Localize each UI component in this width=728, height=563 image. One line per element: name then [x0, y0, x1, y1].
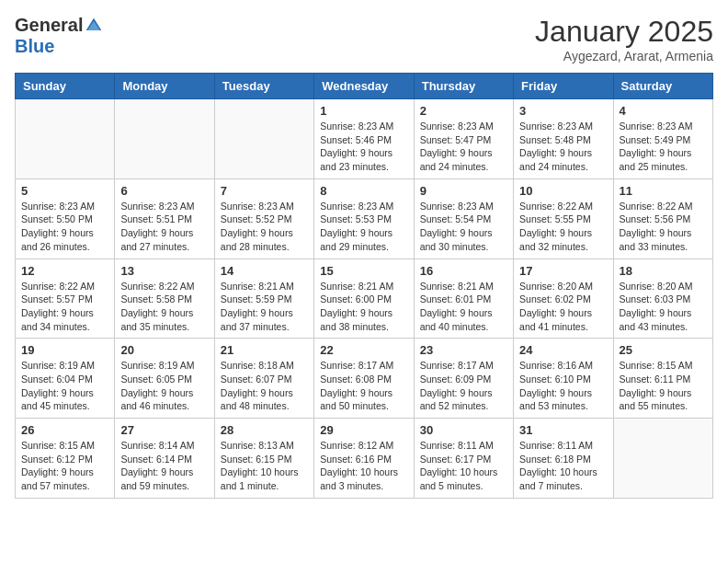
calendar-cell: 5Sunrise: 8:23 AMSunset: 5:50 PMDaylight…	[16, 178, 115, 259]
calendar-cell: 11Sunrise: 8:22 AMSunset: 5:56 PMDayligh…	[613, 178, 712, 259]
weekday-header-friday: Friday	[514, 74, 613, 99]
day-info: Sunrise: 8:18 AMSunset: 6:07 PMDaylight:…	[221, 359, 308, 413]
day-number: 8	[320, 184, 407, 198]
weekday-header-thursday: Thursday	[414, 74, 513, 99]
calendar-cell: 30Sunrise: 8:11 AMSunset: 6:17 PMDayligh…	[414, 419, 513, 499]
day-number: 30	[420, 423, 507, 437]
week-row-2: 12Sunrise: 8:22 AMSunset: 5:57 PMDayligh…	[16, 259, 713, 339]
day-number: 31	[519, 423, 607, 437]
calendar-cell: 23Sunrise: 8:17 AMSunset: 6:09 PMDayligh…	[414, 339, 513, 419]
calendar-cell: 6Sunrise: 8:23 AMSunset: 5:51 PMDaylight…	[115, 178, 214, 259]
day-info: Sunrise: 8:23 AMSunset: 5:51 PMDaylight:…	[120, 200, 208, 254]
weekday-header-wednesday: Wednesday	[314, 74, 414, 99]
location: Aygezard, Ararat, Armenia	[535, 49, 713, 63]
day-number: 14	[221, 264, 308, 278]
calendar-table: SundayMondayTuesdayWednesdayThursdayFrid…	[15, 73, 713, 499]
calendar-cell: 25Sunrise: 8:15 AMSunset: 6:11 PMDayligh…	[613, 339, 712, 419]
calendar-cell: 2Sunrise: 8:23 AMSunset: 5:47 PMDaylight…	[414, 99, 513, 179]
calendar-cell	[214, 99, 313, 179]
calendar-cell: 8Sunrise: 8:23 AMSunset: 5:53 PMDaylight…	[314, 178, 414, 259]
day-info: Sunrise: 8:14 AMSunset: 6:14 PMDaylight:…	[120, 439, 208, 493]
day-info: Sunrise: 8:15 AMSunset: 6:11 PMDaylight:…	[620, 359, 707, 413]
day-info: Sunrise: 8:21 AMSunset: 6:01 PMDaylight:…	[420, 280, 507, 334]
week-row-1: 5Sunrise: 8:23 AMSunset: 5:50 PMDaylight…	[16, 178, 713, 259]
calendar-cell: 16Sunrise: 8:21 AMSunset: 6:01 PMDayligh…	[414, 259, 513, 339]
calendar-cell: 26Sunrise: 8:15 AMSunset: 6:12 PMDayligh…	[16, 419, 115, 499]
day-number: 27	[120, 423, 208, 437]
day-number: 18	[620, 264, 707, 278]
day-info: Sunrise: 8:23 AMSunset: 5:49 PMDaylight:…	[620, 120, 707, 174]
day-info: Sunrise: 8:23 AMSunset: 5:48 PMDaylight:…	[519, 120, 607, 174]
day-number: 16	[420, 264, 507, 278]
calendar-cell: 24Sunrise: 8:16 AMSunset: 6:10 PMDayligh…	[514, 339, 613, 419]
day-number: 20	[120, 343, 208, 357]
calendar-cell: 7Sunrise: 8:23 AMSunset: 5:52 PMDaylight…	[214, 178, 313, 259]
calendar-cell: 31Sunrise: 8:11 AMSunset: 6:18 PMDayligh…	[514, 419, 613, 499]
calendar-cell: 21Sunrise: 8:18 AMSunset: 6:07 PMDayligh…	[214, 339, 313, 419]
day-info: Sunrise: 8:22 AMSunset: 5:57 PMDaylight:…	[21, 280, 108, 334]
day-info: Sunrise: 8:23 AMSunset: 5:46 PMDaylight:…	[320, 120, 407, 174]
weekday-header-tuesday: Tuesday	[214, 74, 313, 99]
calendar-cell: 14Sunrise: 8:21 AMSunset: 5:59 PMDayligh…	[214, 259, 313, 339]
day-info: Sunrise: 8:21 AMSunset: 6:00 PMDaylight:…	[320, 280, 407, 334]
calendar-cell	[613, 419, 712, 499]
day-info: Sunrise: 8:19 AMSunset: 6:05 PMDaylight:…	[120, 359, 208, 413]
calendar-cell: 9Sunrise: 8:23 AMSunset: 5:54 PMDaylight…	[414, 178, 513, 259]
week-row-0: 1Sunrise: 8:23 AMSunset: 5:46 PMDaylight…	[16, 99, 713, 179]
day-number: 25	[620, 343, 707, 357]
day-info: Sunrise: 8:21 AMSunset: 5:59 PMDaylight:…	[221, 280, 308, 334]
calendar-cell: 19Sunrise: 8:19 AMSunset: 6:04 PMDayligh…	[16, 339, 115, 419]
calendar-cell: 28Sunrise: 8:13 AMSunset: 6:15 PMDayligh…	[214, 419, 313, 499]
day-info: Sunrise: 8:17 AMSunset: 6:08 PMDaylight:…	[320, 359, 407, 413]
day-info: Sunrise: 8:11 AMSunset: 6:17 PMDaylight:…	[420, 439, 507, 493]
calendar-cell	[115, 99, 214, 179]
logo-icon	[85, 17, 103, 35]
day-number: 22	[320, 343, 407, 357]
weekday-header-monday: Monday	[115, 74, 214, 99]
day-number: 24	[519, 343, 607, 357]
logo-general-text: General	[15, 15, 83, 36]
day-number: 9	[420, 184, 507, 198]
day-info: Sunrise: 8:13 AMSunset: 6:15 PMDaylight:…	[221, 439, 308, 493]
calendar-cell: 4Sunrise: 8:23 AMSunset: 5:49 PMDaylight…	[613, 99, 712, 179]
day-info: Sunrise: 8:22 AMSunset: 5:58 PMDaylight:…	[120, 280, 208, 334]
day-info: Sunrise: 8:15 AMSunset: 6:12 PMDaylight:…	[21, 439, 108, 493]
calendar-cell: 12Sunrise: 8:22 AMSunset: 5:57 PMDayligh…	[16, 259, 115, 339]
day-info: Sunrise: 8:12 AMSunset: 6:16 PMDaylight:…	[320, 439, 407, 493]
day-number: 13	[120, 264, 208, 278]
day-number: 1	[320, 104, 407, 118]
calendar-cell: 3Sunrise: 8:23 AMSunset: 5:48 PMDaylight…	[514, 99, 613, 179]
calendar-cell: 29Sunrise: 8:12 AMSunset: 6:16 PMDayligh…	[314, 419, 414, 499]
weekday-header-sunday: Sunday	[16, 74, 115, 99]
day-info: Sunrise: 8:23 AMSunset: 5:47 PMDaylight:…	[420, 120, 507, 174]
day-info: Sunrise: 8:11 AMSunset: 6:18 PMDaylight:…	[519, 439, 607, 493]
calendar-cell: 20Sunrise: 8:19 AMSunset: 6:05 PMDayligh…	[115, 339, 214, 419]
logo-blue-text: Blue	[15, 36, 54, 57]
day-info: Sunrise: 8:17 AMSunset: 6:09 PMDaylight:…	[420, 359, 507, 413]
day-info: Sunrise: 8:23 AMSunset: 5:50 PMDaylight:…	[21, 200, 108, 254]
day-info: Sunrise: 8:20 AMSunset: 6:02 PMDaylight:…	[519, 280, 607, 334]
calendar-cell: 13Sunrise: 8:22 AMSunset: 5:58 PMDayligh…	[115, 259, 214, 339]
weekday-header-saturday: Saturday	[613, 74, 712, 99]
day-info: Sunrise: 8:23 AMSunset: 5:53 PMDaylight:…	[320, 200, 407, 254]
logo: General Blue	[15, 15, 103, 57]
day-number: 12	[21, 264, 108, 278]
calendar-cell: 1Sunrise: 8:23 AMSunset: 5:46 PMDaylight…	[314, 99, 414, 179]
title-block: January 2025 Aygezard, Ararat, Armenia	[535, 15, 713, 63]
day-number: 29	[320, 423, 407, 437]
day-info: Sunrise: 8:22 AMSunset: 5:56 PMDaylight:…	[620, 200, 707, 254]
calendar-cell: 17Sunrise: 8:20 AMSunset: 6:02 PMDayligh…	[514, 259, 613, 339]
month-title: January 2025	[535, 15, 713, 49]
day-number: 7	[221, 184, 308, 198]
calendar-cell	[16, 99, 115, 179]
weekday-header-row: SundayMondayTuesdayWednesdayThursdayFrid…	[16, 74, 713, 99]
day-info: Sunrise: 8:16 AMSunset: 6:10 PMDaylight:…	[519, 359, 607, 413]
day-number: 5	[21, 184, 108, 198]
day-number: 4	[620, 104, 707, 118]
calendar-cell: 15Sunrise: 8:21 AMSunset: 6:00 PMDayligh…	[314, 259, 414, 339]
day-number: 19	[21, 343, 108, 357]
calendar-cell: 22Sunrise: 8:17 AMSunset: 6:08 PMDayligh…	[314, 339, 414, 419]
page-header: General Blue January 2025 Aygezard, Arar…	[15, 15, 713, 63]
calendar-cell: 27Sunrise: 8:14 AMSunset: 6:14 PMDayligh…	[115, 419, 214, 499]
day-info: Sunrise: 8:20 AMSunset: 6:03 PMDaylight:…	[620, 280, 707, 334]
